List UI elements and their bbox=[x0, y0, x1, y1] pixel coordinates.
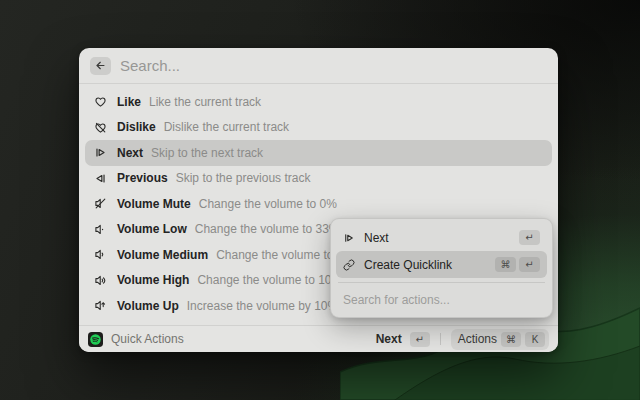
skip-forward-icon bbox=[343, 232, 355, 244]
list-item-like[interactable]: Like Like the current track bbox=[85, 89, 552, 115]
list-item-next[interactable]: Next Skip to the next track bbox=[85, 140, 552, 166]
command-key-badge: ⌘ bbox=[501, 332, 521, 347]
list-item-title: Next bbox=[117, 146, 143, 160]
actions-search-input[interactable]: Search for actions... bbox=[336, 287, 547, 312]
list-item-title: Volume Up bbox=[117, 299, 179, 313]
action-item-next[interactable]: Next ↵ bbox=[336, 224, 547, 251]
list-item-subtitle: Increase the volume by 10% bbox=[187, 299, 338, 313]
speaker-high-icon bbox=[94, 274, 107, 287]
list-item-subtitle: Like the current track bbox=[149, 95, 261, 109]
command-palette-window: Search... Like Like the current track Di… bbox=[79, 48, 558, 352]
primary-action-label[interactable]: Next bbox=[376, 332, 402, 346]
list-item-title: Volume Medium bbox=[117, 248, 208, 262]
actions-button[interactable]: Actions ⌘ K bbox=[451, 329, 549, 350]
list-item-title: Volume Mute bbox=[117, 197, 191, 211]
speaker-low-icon bbox=[94, 223, 107, 236]
speaker-mute-icon bbox=[94, 197, 107, 210]
action-item-label: Next bbox=[364, 231, 519, 245]
list-item-volume-mute[interactable]: Volume Mute Change the volume to 0% bbox=[85, 191, 552, 217]
divider bbox=[440, 333, 441, 345]
heart-slash-icon bbox=[94, 121, 107, 134]
action-item-label: Create Quicklink bbox=[364, 258, 495, 272]
list-item-subtitle: Change the volume to 100% bbox=[197, 273, 348, 287]
return-key-badge: ↵ bbox=[519, 230, 540, 245]
action-item-create-quicklink[interactable]: Create Quicklink ⌘ ↵ bbox=[336, 251, 547, 278]
link-icon bbox=[343, 259, 355, 271]
heart-icon bbox=[94, 95, 107, 108]
spotify-icon bbox=[88, 332, 103, 347]
list-item-subtitle: Dislike the current track bbox=[164, 120, 289, 134]
skip-forward-icon bbox=[94, 146, 107, 159]
list-item-subtitle: Change the volume to 33% bbox=[195, 222, 340, 236]
list-item-subtitle: Skip to the next track bbox=[151, 146, 263, 160]
list-item-title: Dislike bbox=[117, 120, 156, 134]
actions-popup: Next ↵ Create Quicklink ⌘ ↵ Search for a… bbox=[330, 218, 553, 318]
footer-app-label: Quick Actions bbox=[111, 332, 368, 346]
list-item-dislike[interactable]: Dislike Dislike the current track bbox=[85, 115, 552, 141]
speaker-up-icon bbox=[94, 299, 107, 312]
arrow-left-icon bbox=[95, 57, 106, 75]
back-button[interactable] bbox=[90, 57, 111, 75]
k-key-badge: K bbox=[525, 332, 545, 347]
list-item-subtitle: Change the volume to 0% bbox=[199, 197, 337, 211]
actions-button-label: Actions bbox=[458, 332, 497, 346]
return-key-badge: ↵ bbox=[519, 257, 540, 272]
list-item-title: Volume Low bbox=[117, 222, 187, 236]
list-item-title: Previous bbox=[117, 171, 168, 185]
divider bbox=[338, 282, 545, 283]
status-bar: Quick Actions Next ↵ Actions ⌘ K bbox=[79, 325, 558, 352]
search-input[interactable]: Search... bbox=[120, 57, 547, 74]
list-item-title: Volume High bbox=[117, 273, 189, 287]
command-key-badge: ⌘ bbox=[495, 257, 516, 272]
search-bar: Search... bbox=[79, 48, 558, 83]
list-item-subtitle: Skip to the previous track bbox=[176, 171, 311, 185]
skip-back-icon bbox=[94, 172, 107, 185]
list-item-previous[interactable]: Previous Skip to the previous track bbox=[85, 166, 552, 192]
speaker-medium-icon bbox=[94, 248, 107, 261]
list-item-title: Like bbox=[117, 95, 141, 109]
return-key-badge: ↵ bbox=[410, 332, 430, 347]
